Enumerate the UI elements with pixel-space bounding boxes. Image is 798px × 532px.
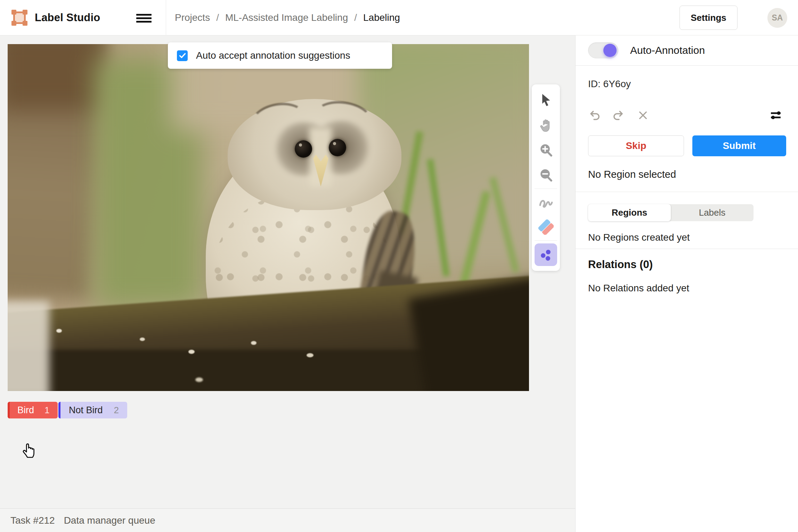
label-chip-bird[interactable]: Bird 1 — [8, 402, 58, 418]
reset-button[interactable] — [636, 108, 650, 122]
hamburger-menu-icon[interactable] — [136, 14, 152, 23]
panel-divider — [576, 65, 798, 66]
breadcrumb-projects[interactable]: Projects — [175, 12, 210, 23]
cursor-tool[interactable] — [532, 88, 560, 113]
footer-bar: Task #212 Data manager queue — [0, 508, 575, 532]
label-chip-stripe — [8, 402, 10, 418]
undo-button[interactable] — [588, 108, 602, 122]
redo-icon — [612, 109, 624, 122]
app-title: Label Studio — [35, 11, 100, 24]
owl-eye-highlight — [299, 143, 302, 147]
label-chip-name: Not Bird — [69, 405, 103, 416]
task-image-owl[interactable] — [8, 44, 529, 391]
zoom-out-tool[interactable] — [532, 163, 560, 188]
sliders-icon — [769, 109, 782, 121]
mouse-cursor-pointer — [20, 439, 38, 459]
submit-button[interactable]: Submit — [692, 135, 786, 156]
auto-accept-checkbox[interactable] — [177, 50, 188, 61]
tab-regions[interactable]: Regions — [588, 204, 671, 221]
queue-name: Data manager queue — [64, 515, 155, 526]
label-chip-not-bird[interactable]: Not Bird 2 — [58, 402, 127, 418]
breadcrumb: Projects / ML-Assisted Image Labeling / … — [175, 0, 400, 35]
task-number: Task #212 — [10, 515, 55, 526]
label-chip-hotkey: 2 — [114, 405, 119, 416]
brush-icon — [538, 196, 554, 208]
view-settings-button[interactable] — [769, 108, 783, 122]
hand-icon — [539, 118, 553, 133]
no-relations-text: No Relations added yet — [588, 283, 689, 294]
workspace: Auto accept annotation suggestions Bird — [0, 35, 575, 532]
auto-annotation-label: Auto-Annotation — [630, 44, 705, 56]
breadcrumb-labeling: Labeling — [363, 12, 400, 23]
cursor-icon — [539, 93, 553, 107]
regions-labels-tabs: Regions Labels — [588, 204, 754, 221]
relations-heading: Relations (0) — [588, 258, 653, 271]
magic-wand-tool-selected[interactable] — [535, 243, 557, 266]
tab-labels[interactable]: Labels — [671, 204, 754, 221]
auto-accept-label: Auto accept annotation suggestions — [196, 50, 350, 61]
task-id-text: ID: 6Y6oy — [588, 78, 631, 90]
skip-button[interactable]: Skip — [588, 135, 684, 156]
owl-eye-right — [329, 139, 346, 156]
photo-dark-patch — [8, 44, 101, 110]
tool-separator — [535, 189, 557, 189]
history-controls — [588, 108, 786, 122]
label-chip-name: Bird — [17, 405, 34, 416]
auto-annotation-toggle[interactable] — [588, 42, 618, 58]
photo-debris — [56, 329, 62, 333]
undo-icon — [589, 109, 601, 122]
auto-accept-banner: Auto accept annotation suggestions — [168, 42, 392, 69]
zoom-in-tool[interactable] — [532, 138, 560, 163]
annotation-side-panel: Auto-Annotation ID: 6Y6oy Skip Submit No… — [575, 35, 798, 532]
user-avatar[interactable]: SA — [767, 8, 787, 28]
photo-debris — [188, 350, 195, 354]
photo-debris — [195, 377, 203, 382]
eraser-icon — [538, 219, 554, 235]
owl-eye-left — [295, 140, 312, 158]
close-icon — [637, 110, 649, 121]
photo-fluff-left — [8, 301, 49, 391]
owl-eye-highlight — [333, 142, 336, 145]
settings-button[interactable]: Settings — [679, 6, 738, 30]
label-chip-stripe — [58, 402, 60, 418]
magic-wand-icon — [538, 247, 554, 263]
no-regions-text: No Regions created yet — [588, 232, 690, 243]
label-studio-logo-icon — [11, 10, 27, 26]
label-chip-hotkey: 1 — [44, 405, 49, 416]
panel-divider — [576, 249, 798, 249]
breadcrumb-project-name[interactable]: ML-Assisted Image Labeling — [225, 12, 348, 23]
zoom-out-icon — [539, 168, 553, 182]
checkmark-icon — [178, 51, 187, 60]
brush-tool[interactable] — [532, 190, 560, 215]
zoom-in-icon — [539, 143, 553, 157]
no-region-text: No Region selected — [588, 169, 676, 180]
photo-debris — [307, 353, 314, 357]
eraser-tool[interactable] — [532, 215, 560, 240]
breadcrumb-separator: / — [354, 12, 357, 23]
photo-debris — [251, 341, 256, 345]
photo-debris — [140, 338, 145, 341]
tool-palette — [532, 84, 560, 271]
redo-button[interactable] — [611, 108, 625, 122]
breadcrumb-separator: / — [216, 12, 219, 23]
tool-separator — [535, 240, 557, 241]
top-bar: Label Studio Projects / ML-Assisted Imag… — [0, 0, 798, 35]
toggle-knob — [603, 44, 617, 57]
panel-divider — [576, 192, 798, 192]
pan-tool[interactable] — [532, 113, 560, 138]
topbar-divider — [166, 0, 166, 35]
